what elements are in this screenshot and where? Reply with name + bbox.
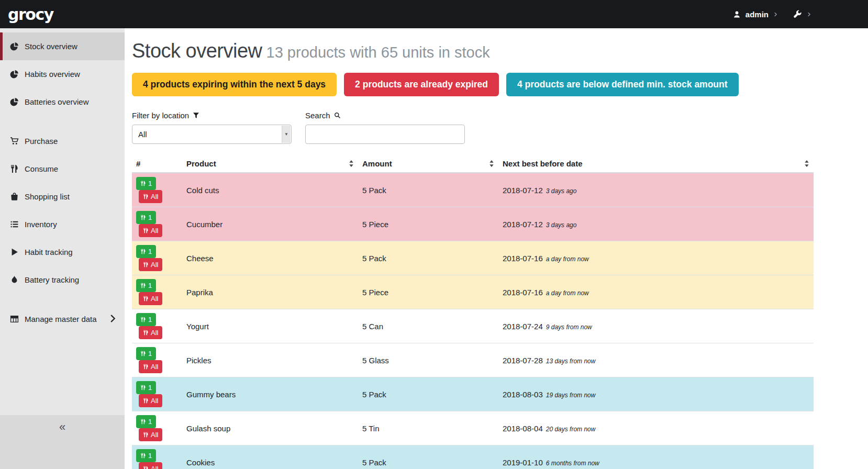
- user-name[interactable]: admin: [745, 10, 769, 19]
- chevron-right-icon[interactable]: [807, 11, 811, 18]
- sidebar-item-habits-overview[interactable]: Habits overview: [0, 60, 125, 88]
- product-cell: Paprika: [182, 275, 358, 309]
- consume-all-button[interactable]: All: [139, 428, 162, 441]
- app-logo[interactable]: grocy: [8, 5, 53, 24]
- column-header-product[interactable]: Product: [182, 158, 358, 173]
- consume-all-label: All: [151, 329, 158, 337]
- column-header-best-before[interactable]: Next best before date: [498, 158, 814, 173]
- best-before-relative: 20 days from now: [546, 426, 596, 433]
- location-filter-label: Filter by location: [132, 111, 292, 120]
- utensils-icon: [140, 317, 146, 322]
- best-before-cell: 2018-07-2813 days from now: [498, 343, 814, 377]
- best-before-relative: 13 days from now: [546, 358, 596, 365]
- best-before-cell: 2018-07-16a day from now: [498, 241, 814, 275]
- table-row: 1 All Pickles 5 Glass 2018-07-2813 days …: [132, 343, 814, 377]
- row-actions-cell: 1 All: [132, 173, 182, 207]
- user-icon: [733, 10, 741, 18]
- consume-all-button[interactable]: All: [139, 258, 162, 271]
- row-actions-cell: 1 All: [132, 275, 182, 309]
- filter-bar: Filter by location All ▼ Search: [132, 111, 868, 144]
- stock-table: # Product Amount: [132, 158, 814, 469]
- utensils-icon: [10, 164, 19, 173]
- best-before-date: 2018-07-12: [503, 220, 543, 229]
- expired-badge[interactable]: 2 products are already expired: [344, 73, 499, 96]
- consume-one-button[interactable]: 1: [136, 177, 156, 190]
- amount-value: 5 Pack: [362, 390, 386, 399]
- consume-one-button[interactable]: 1: [136, 415, 156, 428]
- utensils-icon: [140, 181, 146, 186]
- best-before-cell: 2018-07-16a day from now: [498, 275, 814, 309]
- sidebar-collapse-button[interactable]: «: [0, 415, 125, 469]
- consume-all-button[interactable]: All: [139, 292, 162, 305]
- consume-one-label: 1: [148, 350, 152, 358]
- consume-one-button[interactable]: 1: [136, 313, 156, 326]
- consume-one-button[interactable]: 1: [136, 211, 156, 224]
- consume-all-button[interactable]: All: [139, 462, 162, 469]
- below-min-stock-badge[interactable]: 4 products are below defined min. stock …: [506, 73, 739, 96]
- consume-all-button[interactable]: All: [139, 360, 162, 373]
- consume-one-button[interactable]: 1: [136, 381, 156, 394]
- consume-one-label: 1: [148, 452, 152, 460]
- consume-one-label: 1: [148, 214, 152, 221]
- table-row: 1 All Cucumber 5 Piece 2018-07-123 days …: [132, 207, 814, 241]
- utensils-icon: [140, 385, 146, 390]
- amount-cell: 5 Pack: [358, 377, 498, 411]
- sidebar-item-label: Inventory: [25, 220, 57, 229]
- best-before-date: 2018-07-12: [503, 186, 543, 195]
- utensils-icon: [143, 364, 149, 370]
- consume-one-button[interactable]: 1: [136, 279, 156, 292]
- column-header-amount[interactable]: Amount: [358, 158, 498, 173]
- best-before-date: 2018-08-04: [503, 424, 543, 433]
- sidebar-item-batteries-overview[interactable]: Batteries overview: [0, 88, 125, 116]
- row-actions-cell: 1 All: [132, 377, 182, 411]
- sidebar-item-habit-tracking[interactable]: Habit tracking: [0, 238, 125, 266]
- row-actions-cell: 1 All: [132, 207, 182, 241]
- sort-icon[interactable]: [804, 160, 809, 167]
- amount-value: 5 Pack: [362, 254, 386, 263]
- sidebar-item-manage-master-data[interactable]: Manage master data: [0, 305, 125, 333]
- sidebar-item-stock-overview[interactable]: Stock overview: [0, 32, 125, 60]
- consume-all-button[interactable]: All: [139, 224, 162, 237]
- sidebar-item-inventory[interactable]: Inventory: [0, 210, 125, 238]
- consume-one-button[interactable]: 1: [136, 449, 156, 462]
- amount-value: 5 Piece: [362, 220, 388, 229]
- sidebar-item-label: Stock overview: [25, 42, 77, 51]
- product-name: Pickles: [186, 356, 212, 365]
- utensils-icon: [140, 283, 146, 288]
- expiring-badge[interactable]: 4 products expiring within the next 5 da…: [132, 73, 337, 96]
- page-title-text: Stock overview: [132, 40, 262, 62]
- consume-all-button[interactable]: All: [139, 394, 162, 407]
- consume-all-label: All: [151, 261, 158, 269]
- consume-all-button[interactable]: All: [139, 190, 162, 203]
- filter-icon: [193, 112, 199, 119]
- sidebar-item-battery-tracking[interactable]: Battery tracking: [0, 266, 125, 294]
- sidebar-item-label: Consume: [25, 164, 58, 173]
- column-header-label: Next best before date: [503, 159, 583, 168]
- amount-value: 5 Glass: [362, 356, 389, 365]
- location-filter-select[interactable]: All ▼: [132, 125, 292, 144]
- best-before-cell: 2018-07-249 days from now: [498, 309, 814, 343]
- best-before-cell: 2018-07-123 days ago: [498, 207, 814, 241]
- product-name: Gummy bears: [186, 390, 236, 399]
- utensils-icon: [143, 466, 149, 469]
- consume-one-button[interactable]: 1: [136, 347, 156, 360]
- row-actions-cell: 1 All: [132, 445, 182, 469]
- sidebar-item-label: Battery tracking: [25, 275, 79, 284]
- settings-wrench-icon[interactable]: [793, 10, 802, 19]
- select-caret-icon: ▼: [282, 126, 291, 143]
- amount-cell: 5 Pack: [358, 241, 498, 275]
- search-input[interactable]: [305, 125, 465, 144]
- sidebar-item-label: Habits overview: [25, 70, 80, 79]
- sort-icon[interactable]: [489, 160, 494, 167]
- sidebar-item-consume[interactable]: Consume: [0, 155, 125, 183]
- utensils-icon: [143, 228, 149, 233]
- sort-icon[interactable]: [349, 160, 354, 167]
- sidebar-item-shopping-list[interactable]: Shopping list: [0, 183, 125, 210]
- location-filter-label-text: Filter by location: [132, 111, 189, 120]
- sidebar-item-purchase[interactable]: Purchase: [0, 127, 125, 155]
- consume-all-button[interactable]: All: [139, 326, 162, 339]
- best-before-date: 2018-08-03: [503, 390, 543, 399]
- chevron-right-icon[interactable]: [773, 11, 778, 18]
- consume-one-button[interactable]: 1: [136, 245, 156, 258]
- search-label: Search: [305, 111, 465, 120]
